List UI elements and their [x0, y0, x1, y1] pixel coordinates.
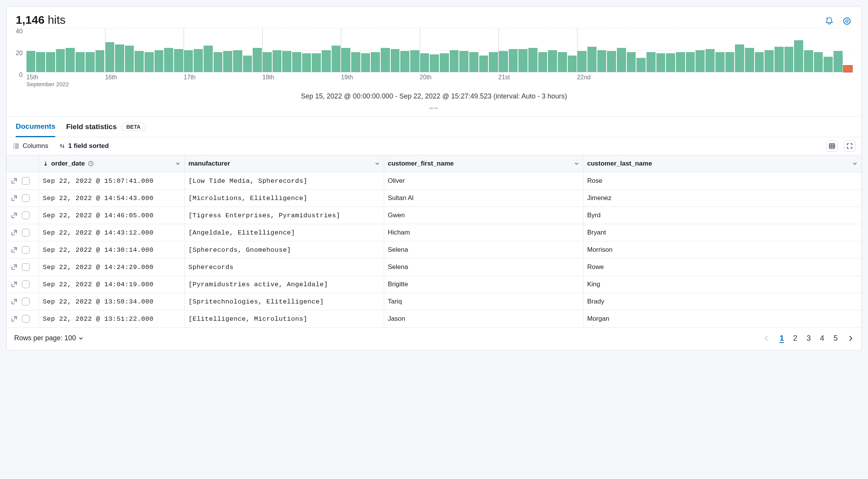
histogram-bar[interactable]	[705, 49, 715, 72]
histogram-bar[interactable]	[794, 40, 803, 72]
histogram-bar[interactable]	[499, 51, 508, 72]
expand-row-icon[interactable]	[10, 212, 18, 219]
sort-button[interactable]: 1 field sorted	[59, 142, 109, 150]
rows-per-page-select[interactable]: Rows per page: 100	[14, 334, 84, 342]
histogram-bar[interactable]	[686, 52, 695, 72]
histogram-bar[interactable]	[312, 53, 321, 72]
histogram-bar[interactable]	[469, 52, 478, 72]
histogram-bar[interactable]	[587, 47, 597, 72]
row-checkbox[interactable]	[22, 298, 30, 305]
histogram-bar[interactable]	[253, 48, 262, 72]
histogram-bar[interactable]	[36, 52, 45, 72]
histogram-bar[interactable]	[76, 52, 85, 72]
histogram-bar[interactable]	[243, 56, 252, 72]
histogram-bar[interactable]	[420, 53, 429, 72]
histogram-bar[interactable]	[184, 50, 193, 72]
row-checkbox[interactable]	[22, 229, 30, 236]
histogram-bar[interactable]	[509, 49, 518, 72]
chevron-down-icon[interactable]	[574, 161, 579, 166]
histogram-bar[interactable]	[361, 53, 370, 72]
histogram-bar[interactable]	[214, 52, 223, 72]
chevron-down-icon[interactable]	[175, 161, 181, 166]
expand-row-icon[interactable]	[10, 263, 18, 271]
histogram-bar[interactable]	[223, 51, 232, 72]
histogram-bar[interactable]	[56, 49, 65, 72]
chevron-down-icon[interactable]	[852, 161, 858, 166]
histogram-bar[interactable]	[636, 58, 646, 72]
row-checkbox[interactable]	[22, 212, 30, 219]
histogram-bar[interactable]	[597, 50, 607, 72]
header-customer-last-name[interactable]: customer_last_name	[583, 155, 861, 172]
histogram-bar[interactable]	[459, 51, 469, 72]
histogram-bar[interactable]	[695, 50, 705, 72]
expand-row-icon[interactable]	[10, 315, 18, 323]
expand-row-icon[interactable]	[10, 281, 18, 288]
row-checkbox[interactable]	[22, 246, 30, 254]
histogram-bar[interactable]	[824, 57, 833, 72]
histogram-bar[interactable]	[26, 51, 36, 72]
alerts-icon[interactable]	[824, 16, 835, 26]
histogram-bar[interactable]	[400, 51, 409, 72]
histogram-bar[interactable]	[784, 47, 794, 72]
header-order-date[interactable]: order_date	[39, 155, 184, 172]
histogram-bar[interactable]	[135, 51, 144, 72]
page-number[interactable]: 1	[779, 334, 784, 343]
histogram-bar[interactable]	[85, 52, 95, 72]
histogram-bar[interactable]	[725, 52, 735, 72]
histogram-bar[interactable]	[676, 52, 685, 72]
histogram-bar[interactable]	[233, 50, 242, 72]
page-number[interactable]: 3	[807, 334, 811, 343]
histogram-bar[interactable]	[814, 52, 823, 72]
histogram-bar[interactable]	[745, 48, 754, 72]
histogram-bar[interactable]	[302, 53, 311, 72]
histogram-bar[interactable]	[450, 50, 459, 72]
histogram-bar[interactable]	[194, 49, 203, 72]
row-checkbox[interactable]	[22, 194, 30, 202]
histogram-bar[interactable]	[263, 52, 272, 72]
histogram-bar[interactable]	[282, 51, 291, 72]
tab-documents[interactable]: Documents	[16, 117, 55, 137]
fullscreen-icon[interactable]	[844, 140, 855, 152]
histogram-bar[interactable]	[735, 44, 744, 72]
header-manufacturer[interactable]: manufacturer	[184, 155, 384, 172]
histogram-bar[interactable]	[371, 52, 380, 72]
row-checkbox[interactable]	[22, 263, 30, 271]
histogram-bar[interactable]	[538, 52, 547, 72]
histogram-bar[interactable]	[430, 54, 439, 72]
row-checkbox[interactable]	[22, 315, 30, 323]
histogram-bar[interactable]	[292, 52, 301, 72]
histogram-bar[interactable]	[755, 52, 764, 72]
histogram-bar[interactable]	[115, 44, 124, 72]
histogram-bar[interactable]	[164, 48, 173, 72]
page-number[interactable]: 2	[793, 334, 797, 343]
histogram-bar[interactable]	[607, 51, 616, 72]
histogram-bar[interactable]	[145, 52, 154, 72]
histogram-bar[interactable]	[105, 42, 114, 72]
histogram-bar[interactable]	[391, 49, 400, 72]
histogram-bar[interactable]	[627, 52, 636, 72]
histogram-bar[interactable]	[764, 50, 774, 72]
expand-row-icon[interactable]	[10, 298, 18, 305]
expand-row-icon[interactable]	[10, 194, 18, 202]
histogram-bar[interactable]	[273, 50, 282, 72]
histogram-bar[interactable]	[558, 52, 567, 72]
prev-page-icon[interactable]	[763, 335, 770, 342]
histogram-bar[interactable]	[322, 50, 331, 72]
display-options-icon[interactable]	[826, 140, 838, 152]
histogram-bar[interactable]	[833, 51, 843, 72]
next-page-icon[interactable]	[847, 335, 854, 342]
histogram-bar[interactable]	[66, 48, 75, 72]
histogram-bar[interactable]	[528, 48, 538, 72]
histogram-bar[interactable]	[341, 48, 350, 72]
tab-field-statistics[interactable]: Field statistics BETA	[66, 117, 145, 136]
histogram-bar[interactable]	[440, 53, 449, 72]
histogram-bar[interactable]	[804, 50, 813, 72]
histogram-bar[interactable]	[568, 56, 577, 72]
histogram-bar[interactable]	[577, 51, 587, 72]
histogram-bar[interactable]	[646, 52, 656, 72]
page-number[interactable]: 5	[833, 334, 838, 343]
row-checkbox[interactable]	[22, 281, 30, 288]
histogram-bar[interactable]	[351, 52, 360, 72]
columns-button[interactable]: Columns	[13, 142, 48, 150]
chart-plot-area[interactable]	[26, 28, 852, 72]
